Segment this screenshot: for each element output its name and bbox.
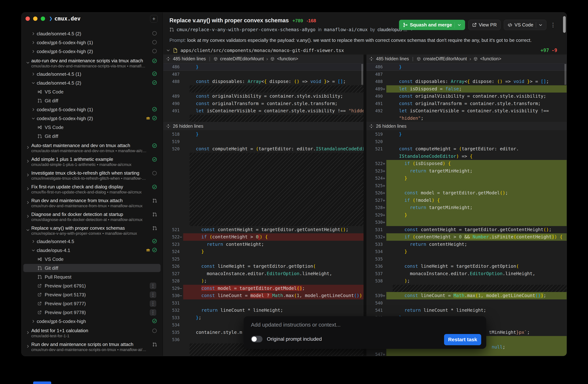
chevron-right-icon[interactable] <box>26 201 30 204</box>
chevron-right-icon[interactable] <box>26 145 30 149</box>
header-actions: Squash and merge View PR VS Code <box>399 20 556 30</box>
check-circle-icon <box>152 239 157 244</box>
code-icon <box>508 23 512 27</box>
window-scrollbar[interactable] <box>563 16 566 33</box>
close-window-button[interactable] <box>25 17 30 21</box>
sidebar-task-diagnose-and-fix-docker-detection-at-startup[interactable]: Diagnose and fix docker detection at sta… <box>21 209 162 223</box>
hidden-lines-header[interactable]: 485 hidden lines|createDiffEditorMount›<… <box>366 54 567 63</box>
sidebar-branch-codex-gpt-5-codex-high-1[interactable]: codex/gpt-5-codex-high (1) <box>21 105 162 114</box>
sidebar-branch-claude-sonnet-4-5-2[interactable]: claude/sonnet-4.5 (2) <box>21 29 162 38</box>
sidebar-item-vs-code[interactable]: VS Code <box>21 87 162 96</box>
status-icons <box>152 171 157 177</box>
hidden-lines-header[interactable]: 26 hidden lines <box>163 122 363 131</box>
sidebar-task-add-simple-1-plus-1-arithmetic-example[interactable]: Add simple 1 plus 1 arithmetic examplecm… <box>21 154 162 168</box>
sidebar-item-preview-port-9777[interactable]: Preview (port 9777)⋮ <box>21 299 162 308</box>
minimize-window-button[interactable] <box>33 17 38 21</box>
sidebar-task-run-dev-and-maintenance-scripts-on-tmux-attach[interactable]: Run dev and maintenance scripts on tmux … <box>21 339 162 353</box>
unfold-icon <box>369 124 374 128</box>
hidden-lines-header[interactable]: 485 hidden lines|createDiffEditorMount›<… <box>163 54 363 63</box>
code-text: const lineHeight = targetEditor.getOptio… <box>386 263 567 270</box>
new-task-button[interactable]: + <box>150 15 158 23</box>
view-pr-button[interactable]: View PR <box>468 20 501 30</box>
chevron-right-icon[interactable] <box>31 239 35 244</box>
sidebar-branch-claude-sonnet-4-5-1[interactable]: claude/sonnet-4.5 (1) <box>21 69 162 78</box>
sidebar-item-git-diff[interactable]: Git diff <box>21 264 162 272</box>
sidebar-task-add-test-for-1-1-calculation[interactable]: Add test for 1+1 calculationcmux/add-tes… <box>21 326 162 339</box>
code-line-original-526: 526 const lineHeight = targetEditor.getO… <box>163 263 363 270</box>
code-line-original-490: 490const originalTransform = container.s… <box>163 100 363 107</box>
chevron-down-icon[interactable] <box>539 23 543 27</box>
repo-name[interactable]: manaflow-ai/cmux <box>324 27 368 32</box>
file-header[interactable]: apps/client/src/components/monaco/monaco… <box>163 46 567 54</box>
sidebar-branch-claude-sonnet-4-5[interactable]: claude/sonnet-4.5 <box>21 237 162 246</box>
breadcrumb-function[interactable]: createDiffEditorMount <box>423 56 467 61</box>
sidebar-task-replace-v-any-with-proper-convex-schemas[interactable]: Replace v.any() with proper convex schem… <box>21 223 162 237</box>
breadcrumb-function[interactable]: createDiffEditorMount <box>220 56 264 61</box>
chevron-down-icon[interactable] <box>26 228 30 232</box>
sidebar-task-run-dev-and-maintenance-from-tmux-attach[interactable]: Run dev and maintenance from tmux attach… <box>21 196 162 209</box>
sidebar-task-investigate-tmux-click-to-refresh-glitch-when-starting[interactable]: Investigate tmux click-to-refresh glitch… <box>21 168 162 182</box>
sidebar-branch-codex-gpt-5-codex-high[interactable]: codex/gpt-5-codex-high <box>21 317 162 326</box>
line-number: 527+ <box>366 197 386 204</box>
code-line-modified-486: 486} <box>366 63 567 71</box>
sidebar-branch-claude-opus-4-1[interactable]: claude/opus-4.1 <box>21 246 162 255</box>
instructions-input[interactable]: Add updated instructions or context... <box>251 322 340 328</box>
chevron-right-icon[interactable] <box>26 173 30 177</box>
item-label: Pull Request <box>45 274 71 280</box>
editor-scrollbar[interactable] <box>361 64 363 85</box>
item-menu-button[interactable]: ⋮ <box>150 283 156 289</box>
zoom-window-button[interactable] <box>41 17 45 21</box>
chevron-right-icon[interactable] <box>26 159 30 163</box>
original-prompt-toggle[interactable] <box>251 336 262 342</box>
sidebar-task-fix-first-run-update-check-and-dialog-display[interactable]: Fix first-run update check and dialog di… <box>21 182 162 196</box>
breadcrumb-scope[interactable]: <function> <box>277 56 298 61</box>
chevron-down-icon[interactable] <box>31 248 35 252</box>
chevron-right-icon[interactable] <box>26 214 30 218</box>
code-text: const originalTransform = container.styl… <box>386 100 567 107</box>
sidebar-branch-codex-gpt-5-codex-high-1[interactable]: codex/gpt-5-codex-high (1) <box>21 38 162 47</box>
branch-name[interactable]: cmux/replace-v-any-with-proper-convex-sc… <box>176 27 315 32</box>
sidebar-task-auto-start-maintenance-and-dev-on-tmux-attach[interactable]: Auto-start maintenance and dev on tmux a… <box>21 140 162 154</box>
chevron-right-icon[interactable] <box>31 72 35 76</box>
sidebar-item-git-diff[interactable]: Git diff <box>21 132 162 140</box>
hidden-lines-header[interactable]: 26 hidden lines <box>366 122 567 131</box>
vs-code-button[interactable]: VS Code <box>504 20 546 30</box>
chevron-down-icon[interactable] <box>457 23 461 27</box>
restart-task-button[interactable]: Restart task <box>444 334 481 345</box>
sidebar-item-vs-code[interactable]: VS Code <box>21 255 162 264</box>
crown-icon <box>146 116 150 121</box>
more-options-button[interactable]: ⋮ <box>550 22 556 28</box>
sidebar-item-vs-code[interactable]: VS Code <box>21 123 162 132</box>
item-menu-button[interactable]: ⋮ <box>150 300 156 307</box>
chevron-right-icon[interactable] <box>31 319 35 323</box>
sidebar-item-pull-request[interactable]: Pull Request <box>21 272 162 281</box>
chevron-down-icon[interactable] <box>31 116 35 120</box>
editor-scrollbar[interactable] <box>565 64 566 85</box>
code-line-modified-536: 536 const lineHeight = targetEditor.getO… <box>366 263 567 270</box>
sidebar-task-auto-run-dev-and-maintenance-scripts-via-tmux-attach[interactable]: auto-run dev and maintenance scripts via… <box>21 56 162 69</box>
item-label: Auto-start maintenance and dev on tmux a… <box>31 143 130 148</box>
sidebar-branch-claude-sonnet-4-5-2[interactable]: claude/sonnet-4.5 (2) <box>21 78 162 87</box>
sidebar-item-preview-port-5173[interactable]: Preview (port 5173)⋮ <box>21 290 162 299</box>
chevron-right-icon[interactable] <box>26 331 30 335</box>
sidebar-branch-codex-gpt-5-codex-high-2[interactable]: codex/gpt-5-codex-high (2) <box>21 47 162 56</box>
sidebar-branch-codex-gpt-5-codex-high-2[interactable]: codex/gpt-5-codex-high (2) <box>21 114 162 123</box>
chevron-down-icon[interactable] <box>166 48 170 52</box>
item-label: Git diff <box>45 265 58 271</box>
squash-and-merge-button[interactable]: Squash and merge <box>399 20 465 30</box>
chevron-right-icon[interactable] <box>31 49 35 53</box>
chevron-right-icon[interactable] <box>26 187 30 191</box>
item-menu-button[interactable]: ⋮ <box>150 309 156 316</box>
chevron-right-icon[interactable] <box>31 41 35 45</box>
sidebar-item-preview-port-9778[interactable]: Preview (port 9778)⋮ <box>21 308 162 317</box>
breadcrumb-scope[interactable]: <function> <box>480 56 501 61</box>
sidebar-item-git-diff[interactable]: Git diff <box>21 96 162 105</box>
sidebar-item-preview-port-6791[interactable]: Preview (port 6791)⋮ <box>21 281 162 290</box>
chevron-right-icon[interactable] <box>31 32 35 36</box>
item-menu-button[interactable]: ⋮ <box>150 292 156 298</box>
chevron-right-icon[interactable] <box>31 108 35 112</box>
chevron-down-icon[interactable] <box>26 61 30 65</box>
chevron-down-icon[interactable] <box>31 81 35 85</box>
chevron-right-icon[interactable] <box>26 344 30 348</box>
diff-pane-modified: 485 hidden lines|createDiffEditorMount›<… <box>366 54 567 356</box>
